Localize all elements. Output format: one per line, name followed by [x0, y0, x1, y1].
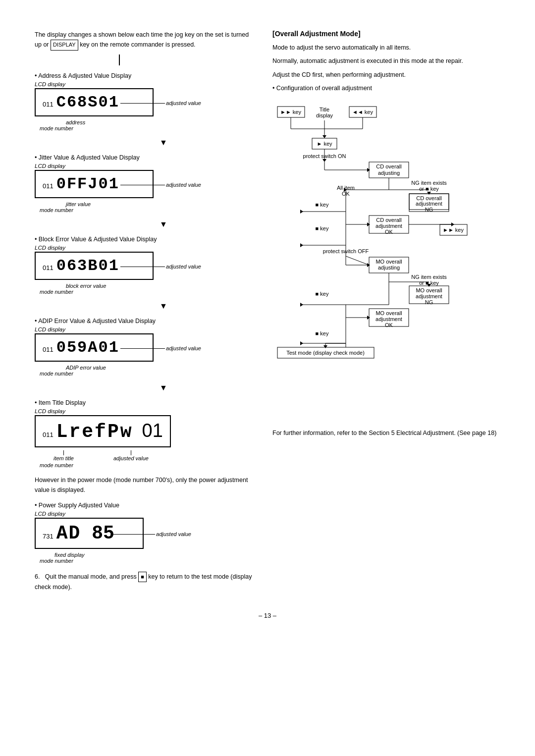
- adj-label-3: adjusted value: [166, 264, 201, 270]
- adj-label-power: adjusted value: [156, 531, 191, 537]
- svg-marker-43: [367, 263, 370, 267]
- step6-text-part1: Quit the manual mode, and press: [45, 573, 137, 580]
- adj-label-4: adjusted value: [166, 345, 201, 351]
- sub1-adip: ADIP error value: [66, 365, 106, 371]
- display-block-label: LCD display: [35, 245, 253, 251]
- arrow2: ▼: [74, 220, 253, 229]
- bottom-text1: However in the power mode (mode number 7…: [35, 475, 253, 495]
- sq-key3-label: ■ key: [316, 291, 329, 297]
- svg-marker-23: [427, 192, 431, 195]
- lcd-adip-main: 059A01: [56, 338, 119, 357]
- lcd-adip-mode: 011: [43, 346, 54, 353]
- display-jitter-bullet: • Jitter Value & Adjusted Value Display: [35, 154, 253, 161]
- test-mode-label: Test mode (display check mode): [286, 350, 365, 356]
- svg-marker-31: [367, 222, 370, 226]
- step5-text2: key on the remote commander is pressed.: [80, 41, 195, 48]
- display-adip: • ADIP Error Value & Adjusted Value Disp…: [35, 318, 253, 377]
- ff-key-label: ►► key: [280, 109, 301, 115]
- mo-adj-ng-label3: NG: [425, 299, 433, 305]
- display-block-bullet: • Block Error Value & Adjusted Value Dis…: [35, 236, 253, 243]
- mo-adj-ng-label: MO overall: [416, 287, 442, 293]
- title-display-label2: display: [316, 112, 333, 118]
- display-address-label: LCD display: [35, 81, 253, 87]
- sub1-power: fixed display: [54, 552, 253, 558]
- cd-adj-ok-label: CD overall: [376, 217, 401, 223]
- display-adip-bullet: • ADIP Error Value & Adjusted Value Disp…: [35, 318, 253, 324]
- sq-key2-label: ■ key: [316, 225, 329, 231]
- flow-diagram: ►► key Title display ◄◄ key ► key: [272, 102, 481, 419]
- sub2-addr: mode number: [40, 125, 253, 131]
- mo-adj-ok-label3: OK: [385, 322, 393, 328]
- ng-item-label2: or ■ key: [419, 186, 439, 192]
- svg-marker-15: [367, 168, 370, 172]
- mo-overall-adj-label: MO overall: [375, 259, 402, 265]
- lcd-jitter-main: 0FFJ01: [56, 175, 119, 193]
- svg-marker-11: [322, 159, 326, 162]
- adj-label-1: adjusted value: [166, 100, 201, 106]
- display-title-label: LCD display: [35, 408, 253, 414]
- sub2-block: mode number: [40, 289, 253, 295]
- display-block: • Block Error Value & Adjusted Value Dis…: [35, 236, 253, 295]
- lcd-address-main: C68S01: [56, 93, 119, 111]
- display-jitter: • Jitter Value & Adjusted Value Display …: [35, 154, 253, 213]
- mo-adj-ok-label: MO overall: [375, 310, 402, 316]
- mo-adj-ng-label2: adjustment: [416, 293, 442, 299]
- display-jitter-label: LCD display: [35, 163, 253, 169]
- lcd-jitter-mode: 011: [43, 182, 54, 190]
- display-power-bullet: • Power Supply Adjusted Value: [35, 502, 253, 509]
- cd-adj-ok-label2: adjustment: [375, 223, 402, 229]
- cd-overall-adj-label: CD overall: [376, 163, 401, 169]
- cd-adj-ok-label3: OK: [385, 229, 393, 235]
- lcd-block-main: 063B01: [56, 257, 119, 275]
- ff-key2-label: ►► key: [443, 227, 464, 233]
- rew-key-label: ◄◄ key: [352, 109, 373, 115]
- sub2-jitter: mode number: [40, 207, 253, 213]
- svg-marker-58: [300, 341, 303, 345]
- page-number: – 13 –: [35, 612, 500, 619]
- right-para1: Mode to adjust the servo automatically i…: [272, 43, 500, 53]
- sub1-addr: address: [66, 119, 85, 125]
- svg-marker-51: [300, 303, 303, 307]
- svg-marker-8: [322, 135, 326, 138]
- sub1-block: block error value: [66, 283, 106, 289]
- right-para3: Adjust the CD first, when performing adj…: [272, 70, 500, 80]
- lcd-address-mode: 011: [43, 101, 54, 108]
- display-address: • Address & Adjusted Value Display LCD d…: [35, 72, 253, 131]
- sub2-title: mode number: [40, 462, 253, 468]
- play-key-label: ► key: [317, 141, 332, 147]
- right-para2: Normally, automatic adjustment is execut…: [272, 56, 500, 66]
- sub1-jitter: jitter value: [66, 201, 91, 207]
- sub2-adip: mode number: [40, 371, 253, 377]
- display-title-bullet: • Item Title Display: [35, 399, 253, 406]
- sub3-title: adjusted value: [113, 455, 149, 461]
- lcd-block-mode: 011: [43, 264, 54, 271]
- sq-key1-label: ■ key: [316, 202, 329, 208]
- arrow3: ▼: [74, 302, 253, 311]
- sub1-title: item title: [54, 455, 74, 461]
- lcd-power-main: AD: [56, 523, 81, 544]
- right-footer: For further information, refer to the Se…: [272, 428, 500, 438]
- lcd-title-mode: 011: [43, 431, 54, 438]
- title-display-label: Title: [320, 107, 329, 112]
- display-power: • Power Supply Adjusted Value LCD displa…: [35, 502, 253, 564]
- display-title: • Item Title Display LCD display 011 Lre…: [35, 399, 253, 468]
- step6-num: 6.: [35, 573, 43, 580]
- lcd-title-main: LrefPw: [56, 421, 133, 442]
- lcd-title-main2: 01: [142, 420, 163, 441]
- ng-item2-label: NG item exists: [411, 274, 447, 280]
- cd-overall-adj-label2: adjusting: [378, 170, 400, 176]
- step6-text: 6. Quit the manual mode, and press ■ key…: [35, 572, 253, 593]
- svg-marker-37: [451, 222, 454, 226]
- mo-overall-adj-label2: adjusting: [378, 265, 400, 270]
- step5-text: The display changes a shown below each t…: [35, 30, 253, 51]
- overall-title: [Overall Adjustment Mode]: [272, 30, 500, 38]
- lcd-power-mode: 731: [43, 533, 54, 540]
- sq-key4-label: ■ key: [316, 330, 329, 336]
- right-bullet: • Configuration of overall adjustment: [272, 83, 500, 94]
- svg-marker-63: [323, 345, 327, 348]
- svg-line-40: [346, 256, 369, 265]
- adj-label-2: adjusted value: [166, 182, 201, 188]
- cd-adj-ng-label2: adjustment: [416, 201, 442, 207]
- arrow4: ▼: [74, 383, 253, 392]
- svg-marker-34: [300, 243, 303, 247]
